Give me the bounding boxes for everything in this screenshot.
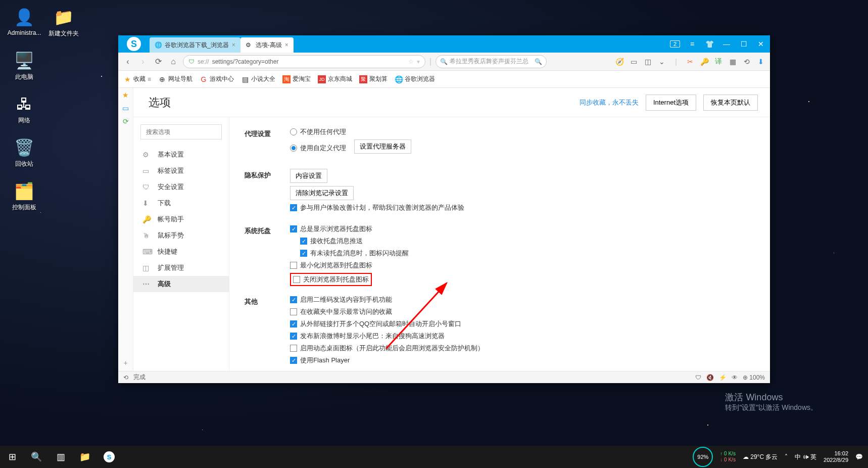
star-icon[interactable]: ★ (122, 91, 129, 99)
desktop-icon-newfolder[interactable]: 📁新建文件夹 (45, 7, 82, 38)
chevron-down-icon[interactable]: ⌄ (657, 57, 667, 67)
shield-icon[interactable]: 🛡 (695, 374, 701, 381)
bookmark-favorites[interactable]: ★收藏 ≡ (123, 75, 151, 83)
content-settings-button[interactable]: 内容设置 (290, 169, 327, 183)
desktop-icon-control[interactable]: 🗂️控制面板 (6, 181, 42, 212)
grid-icon[interactable]: ▦ (728, 57, 738, 67)
compass-icon[interactable]: 🧭 (614, 57, 624, 67)
checkbox-weibo-tail[interactable]: 发布新浪微博时显示小尾巴：来自搜狗高速浏览器 (290, 332, 755, 341)
bookmark-novels[interactable]: ▤小说大全 (241, 75, 275, 83)
nav-advanced[interactable]: ⋯高级 (133, 276, 229, 292)
url-input[interactable]: 🛡 se://settings/?category=other ☆ ▾ (183, 55, 425, 68)
menu-icon[interactable]: ≡ (687, 40, 697, 48)
nav-extensions[interactable]: ◫扩展管理 (133, 260, 229, 276)
nav-download[interactable]: ⬇下载 (133, 195, 229, 211)
keyboard-icon: ⌨ (142, 248, 151, 256)
task-view[interactable]: ▥ (49, 446, 73, 468)
nav-shortcut[interactable]: ⌨快捷键 (133, 244, 229, 260)
bookmark-chrome[interactable]: 🌐谷歌浏览器 (395, 75, 435, 83)
nav-basic[interactable]: ⚙基本设置 (133, 147, 229, 163)
tab-icon[interactable]: ◫ (643, 57, 653, 67)
dropdown-icon[interactable]: ▾ (417, 58, 420, 65)
tab-count-badge[interactable]: 2 (670, 40, 680, 48)
taskbar-search[interactable]: 🔍 (24, 446, 49, 468)
zoom-status[interactable]: ⊕ 100% (743, 374, 765, 381)
desktop-icon-administrator[interactable]: 👤Administra... (6, 7, 42, 36)
ime-indicator[interactable]: 中 🕪 英 (795, 453, 816, 461)
skin-icon[interactable]: 👕 (704, 40, 714, 48)
start-button[interactable]: ⊞ (0, 446, 24, 468)
section-privacy-label: 隐私保护 (245, 169, 290, 215)
download-icon[interactable]: ⬇ (756, 57, 766, 67)
bookmark-juhuasuan[interactable]: 聚聚划算 (359, 75, 388, 83)
close-window-button[interactable]: ✕ (756, 40, 766, 48)
forward-button[interactable]: › (137, 56, 149, 67)
tray-chevron[interactable]: ˄ (785, 453, 788, 460)
minimize-button[interactable]: — (721, 40, 732, 48)
proxy-settings-button[interactable]: 设置代理服务器 (354, 139, 411, 154)
checkbox-always-tray[interactable]: 总是显示浏览器托盘图标 (290, 224, 755, 233)
settings-header: 选项 同步收藏，永不丢失 Internet选项 恢复本页默认 (133, 88, 770, 117)
weather-widget[interactable]: ☁ 29°C 多云 (743, 453, 778, 461)
close-tab-icon[interactable]: × (285, 41, 288, 49)
home-button[interactable]: ⌂ (168, 56, 179, 67)
key-icon[interactable]: 🔑 (699, 57, 709, 67)
nav-security[interactable]: 🛡安全设置 (133, 179, 229, 195)
taskbar-explorer[interactable]: 📁 (73, 446, 97, 468)
checkbox-fav-most[interactable]: 在收藏夹中显示最常访问的收藏 (290, 307, 755, 316)
flash-icon[interactable]: ⚡ (719, 374, 727, 381)
browser-logo[interactable]: S (118, 35, 150, 53)
close-tab-icon[interactable]: × (232, 41, 235, 49)
checkbox-ux-plan[interactable]: 参与用户体验改善计划，帮助我们改善浏览器的产品体验 (290, 203, 755, 212)
checkbox-tray-push[interactable]: 接收托盘消息推送 (300, 237, 755, 246)
bookmark-jd[interactable]: JD京东商城 (318, 75, 352, 83)
search-icon[interactable]: 🔍 (535, 58, 542, 65)
system-clock[interactable]: 16:022022/8/29 (824, 450, 848, 463)
eye-icon[interactable]: 👁 (732, 374, 738, 381)
desktop-icon-thispc[interactable]: 🖥️此电脑 (6, 51, 42, 81)
desktop-icon-network[interactable]: 🖧网络 (6, 94, 42, 125)
checkbox-qrcode[interactable]: 启用二维码发送内容到手机功能 (290, 295, 755, 304)
checkbox-tray-blink[interactable]: 有未读托盘消息时，图标闪动提醒 (300, 249, 755, 258)
taskbar-sogou[interactable]: S (97, 446, 121, 468)
nav-account[interactable]: 🔑帐号助手 (133, 211, 229, 227)
desktop-icon-recycle[interactable]: 🗑️回收站 (6, 137, 42, 168)
checkbox-icon (290, 345, 297, 352)
jd-icon: JD (318, 75, 326, 83)
nav-tabs[interactable]: ▭标签设置 (133, 163, 229, 179)
checkbox-flash[interactable]: 使用Flash Player (290, 356, 755, 365)
radio-no-proxy[interactable]: 不使用任何代理 (290, 127, 755, 136)
plus-icon[interactable]: + (123, 359, 127, 367)
refresh-icon[interactable]: ⟲ (742, 57, 752, 67)
radio-custom-proxy[interactable]: 使用自定义代理 设置代理服务器 (290, 139, 755, 157)
settings-search-input[interactable] (140, 124, 222, 139)
nav-gesture[interactable]: 🖱鼠标手势 (133, 227, 229, 244)
clear-history-button[interactable]: 清除浏览记录设置 (290, 186, 354, 200)
mute-icon[interactable]: 🔇 (706, 374, 714, 381)
phone-icon[interactable]: ▭ (122, 104, 129, 112)
reload-button[interactable]: ⟳ (153, 56, 164, 67)
search-input[interactable]: 🔍 希拉里秀夜店舞姿声援芬兰总 🔍 (436, 55, 547, 68)
bookmark-nav[interactable]: ⊕网址导航 (158, 75, 192, 83)
checkbox-close-tray[interactable]: 关闭浏览器到托盘图标 (293, 275, 369, 284)
history-icon[interactable]: ⟳ (123, 117, 129, 125)
reload-icon[interactable]: ⟲ (123, 374, 128, 381)
tab-chrome-download[interactable]: 🌐 谷歌浏览器下载_浏览器 × (150, 37, 240, 53)
notifications-icon[interactable]: 💬 (855, 453, 863, 460)
restore-defaults-button[interactable]: 恢复本页默认 (703, 95, 758, 111)
back-button[interactable]: ‹ (122, 56, 133, 67)
maximize-button[interactable]: ☐ (739, 40, 749, 48)
checkbox-minimize-tray[interactable]: 最小化浏览器到托盘图标 (290, 261, 755, 270)
performance-meter[interactable]: 92% (693, 447, 713, 467)
sync-favorites-link[interactable]: 同步收藏，永不丢失 (580, 98, 639, 107)
bookmark-games[interactable]: G游戏中心 (200, 75, 234, 83)
bookmark-taobao[interactable]: 淘爱淘宝 (282, 75, 311, 83)
internet-options-button[interactable]: Internet选项 (646, 95, 696, 111)
scissors-icon[interactable]: ✂ (685, 57, 695, 67)
checkbox-qq-multi[interactable]: 从外部链接打开多个QQ空间或邮箱时自动开启小号窗口 (290, 319, 755, 329)
tab-settings-advanced[interactable]: ⚙ 选项-高级 × (240, 37, 294, 53)
window-icon[interactable]: ▭ (629, 57, 639, 67)
checkbox-dynicon[interactable]: 启用动态桌面图标（开启此功能后会启用浏览器安全防护机制） (290, 344, 755, 353)
star-icon[interactable]: ☆ (408, 58, 414, 65)
translate-icon[interactable]: 译 (713, 57, 724, 67)
